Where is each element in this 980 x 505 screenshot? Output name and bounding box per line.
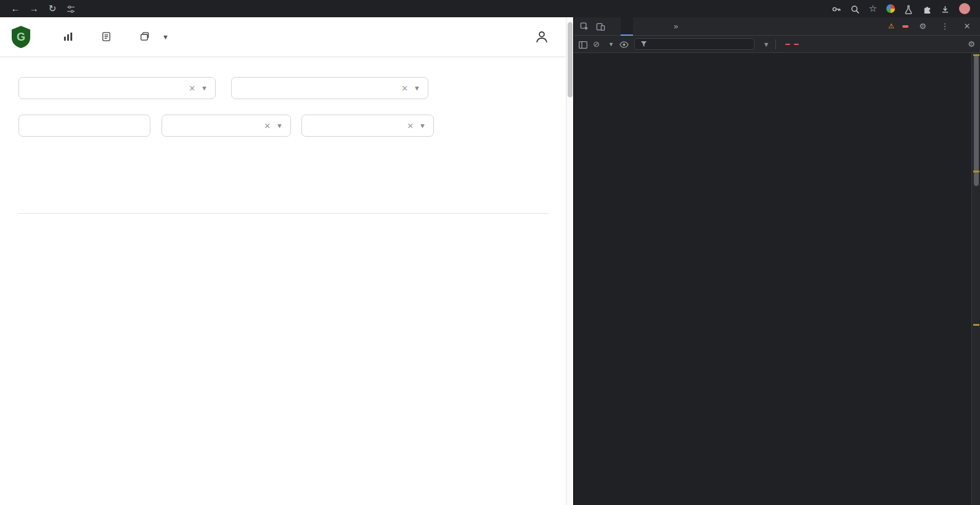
error-count-badge[interactable] [902, 25, 909, 28]
funnel-icon [640, 41, 647, 47]
more-tabs-icon[interactable]: » [670, 22, 682, 31]
live-expression-eye-icon[interactable] [619, 39, 629, 49]
warning-count[interactable]: ⚠ [888, 22, 896, 30]
limpar-button[interactable]: ⊘ [444, 115, 549, 137]
chevron-down-icon: ▼ [162, 33, 169, 41]
logo-shield-icon: G [10, 25, 32, 49]
clear-console-icon[interactable]: ⊘ [593, 39, 600, 49]
export-button[interactable]: ⚙ [267, 163, 300, 184]
extension-flask-icon[interactable] [904, 0, 913, 17]
periodo-select[interactable]: ✕ ▼ [231, 77, 428, 99]
warning-triangle-icon: ⚠ [888, 22, 894, 30]
context-selector[interactable]: ▼ [605, 41, 614, 47]
scrollbar-thumb[interactable] [568, 22, 573, 97]
site-info-icon[interactable] [62, 0, 80, 17]
devtools-tabbar: » ⚠ ⚙ ⋮ ✕ [574, 17, 980, 36]
downloads-icon[interactable] [941, 0, 950, 17]
clear-icon[interactable]: ✕ [401, 84, 408, 93]
clear-icon[interactable]: ✕ [264, 121, 271, 131]
bar-chart-icon [63, 31, 73, 42]
device-toolbar-icon[interactable] [592, 17, 608, 36]
back-icon[interactable]: ← [6, 0, 25, 17]
scrollbar-thumb[interactable] [974, 55, 979, 186]
forward-icon[interactable]: → [25, 0, 43, 17]
app-panel: G ▼ [0, 17, 566, 505]
console-settings-gear-icon[interactable]: ⚙ [968, 39, 975, 49]
dia-referencia-input[interactable] [27, 121, 142, 131]
warning-marker [973, 171, 979, 172]
main-nav: ▼ [63, 31, 169, 42]
pesquisar-button[interactable] [444, 77, 549, 99]
col-periodo [304, 198, 348, 213]
teachers-table [18, 198, 549, 214]
svg-text:G: G [17, 31, 25, 43]
chevron-down-icon[interactable]: ▼ [201, 84, 208, 92]
user-menu[interactable] [524, 29, 550, 45]
chevron-down-icon: ▼ [608, 41, 614, 47]
page-scrollbar[interactable] [566, 17, 573, 505]
app-body: ✕ ▼ ✕ ▼ [0, 57, 566, 505]
notebook-icon [101, 31, 112, 42]
console-filter-input[interactable] [634, 38, 754, 50]
bookmark-star-icon[interactable]: ☆ [869, 0, 877, 17]
nav-dashboard[interactable] [63, 31, 79, 42]
issues-warning-badge [794, 44, 799, 45]
warning-marker [973, 324, 979, 326]
extension-colorful-icon[interactable] [886, 4, 895, 13]
warning-marker [973, 54, 979, 56]
col-disciplina [255, 198, 304, 213]
col-name [18, 198, 71, 213]
tab-performance[interactable] [658, 17, 670, 36]
clear-icon[interactable]: ✕ [189, 84, 195, 93]
tab-sources[interactable] [633, 17, 645, 36]
kebab-menu-icon[interactable]: ⋮ [937, 17, 953, 36]
issues-error-badge [785, 44, 790, 45]
close-devtools-icon[interactable]: ✕ [959, 17, 975, 36]
chevron-down-icon: ▼ [763, 41, 770, 48]
filter-row-1: ✕ ▼ ✕ ▼ [18, 73, 549, 99]
tab-elements[interactable] [608, 17, 621, 36]
gear-icon: ⚙ [277, 168, 285, 178]
chevron-down-icon[interactable]: ▼ [276, 122, 283, 129]
browser-actions: ☆ [831, 0, 974, 17]
col-presente [348, 198, 393, 213]
col-necessidades [393, 198, 457, 213]
refresh-icon[interactable]: ↻ [43, 0, 62, 17]
tab-console[interactable] [621, 17, 633, 36]
chevron-down-icon[interactable]: ▼ [414, 84, 420, 92]
search-icon[interactable] [851, 0, 860, 17]
turma-select[interactable]: ✕ ▼ [161, 115, 291, 137]
log-levels-dropdown[interactable]: ▼ [760, 41, 770, 48]
console-sidebar-icon[interactable] [579, 39, 587, 49]
console-scrollbar[interactable] [971, 53, 980, 505]
person-icon [534, 29, 550, 45]
console-toolbar: ⊘ ▼ ▼ ⚙ [574, 36, 980, 53]
chevron-down-icon[interactable]: ▼ [419, 122, 426, 129]
browser-toolbar: ← → ↻ ☆ [0, 0, 980, 17]
table-header [18, 198, 549, 214]
clear-circle-icon: ⊘ [490, 121, 498, 131]
dia-referencia-field [18, 115, 150, 137]
password-key-icon[interactable] [831, 0, 841, 17]
issues-counter[interactable] [782, 44, 799, 45]
app-header: G ▼ [0, 17, 566, 57]
col-status [457, 198, 496, 213]
settings-gear-icon[interactable]: ⚙ [915, 17, 931, 36]
col-acoes [496, 198, 549, 213]
tab-network[interactable] [645, 17, 658, 36]
nav-teachers-diary[interactable] [101, 31, 117, 42]
nav-cadastros-gerais[interactable]: ▼ [139, 31, 169, 42]
console-messages [574, 53, 971, 505]
search-icon [489, 84, 499, 93]
disciplinas-select[interactable]: ✕ ▼ [301, 115, 434, 137]
inspect-element-icon[interactable] [576, 17, 592, 36]
col-email [71, 198, 217, 213]
extensions-puzzle-icon[interactable] [922, 0, 931, 17]
clear-icon[interactable]: ✕ [407, 121, 414, 131]
divider [775, 39, 776, 49]
app-logo[interactable]: G [10, 25, 37, 49]
profile-avatar[interactable] [959, 3, 970, 14]
stack-icon [139, 31, 150, 42]
professor-select[interactable]: ✕ ▼ [18, 77, 216, 99]
col-turma [217, 198, 255, 213]
